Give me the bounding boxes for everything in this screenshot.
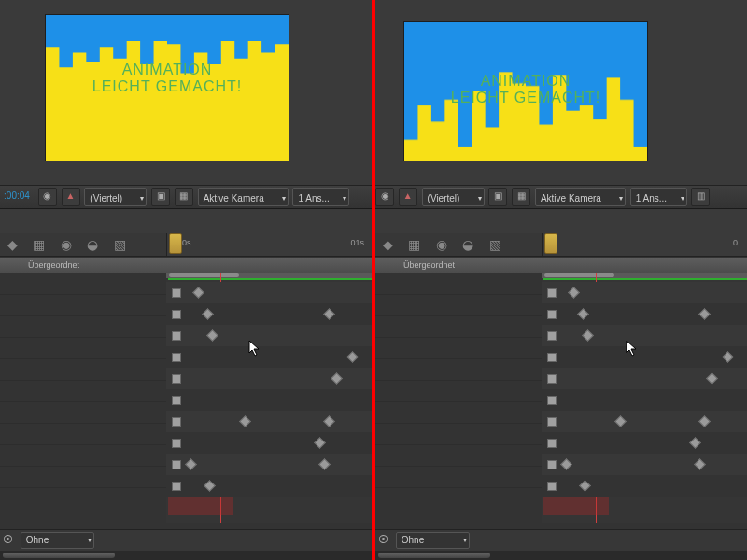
time-ruler-right[interactable]: 0 xyxy=(542,233,747,256)
column-header-left: Übergeordnet xyxy=(0,258,372,273)
keyframe[interactable] xyxy=(547,439,557,448)
scrollbar-thumb[interactable] xyxy=(3,553,115,558)
tag-icon[interactable]: ◆ xyxy=(3,235,21,254)
brainstorm-icon[interactable]: ◒ xyxy=(458,235,477,254)
graph-icon[interactable]: ▧ xyxy=(486,235,504,254)
keyframe[interactable] xyxy=(547,331,557,341)
keyframe[interactable] xyxy=(172,417,181,427)
keyframe[interactable] xyxy=(172,288,181,298)
resolution-dropdown-left[interactable]: (Viertel) xyxy=(84,188,147,206)
mouse-cursor-right xyxy=(626,340,639,358)
time-ruler-left[interactable]: 0s 01s xyxy=(166,233,372,256)
graph-icon[interactable]: ▧ xyxy=(110,235,129,254)
parent-column-label: Übergeordnet xyxy=(28,258,79,273)
scrollbar-thumb[interactable] xyxy=(378,553,490,558)
snapshot-icon[interactable]: ◉ xyxy=(375,188,394,206)
keyframe-area-right[interactable] xyxy=(542,273,747,523)
timecode-left[interactable]: :00:04 xyxy=(0,186,34,206)
timeline-scrollbar-left[interactable] xyxy=(0,551,372,560)
cti-handle-left[interactable] xyxy=(169,233,182,254)
views-dropdown-left[interactable]: 1 Ans... xyxy=(292,188,349,206)
preview-text-right: ANIMATIONLEICHT GEMACHT! xyxy=(404,73,647,106)
toggle-switch-icon[interactable]: ⦿ xyxy=(0,534,15,545)
blend-dropdown-right[interactable]: Ohne xyxy=(396,532,470,549)
tracks-left xyxy=(0,273,167,523)
left-panel: ANIMATIONLEICHT GEMACHT! :00:04 ◉ ▲ (Vie… xyxy=(0,0,372,560)
brainstorm-icon[interactable]: ◒ xyxy=(83,235,102,254)
ruler-label-0s: 0s xyxy=(182,238,191,247)
keyframe[interactable] xyxy=(547,374,557,384)
timeline-bottom-left: ⦿ Ohne xyxy=(0,529,372,551)
camera-dropdown-left[interactable]: Aktive Kamera xyxy=(198,188,289,206)
preview-right[interactable]: ANIMATIONLEICHT GEMACHT! xyxy=(403,21,648,161)
snapshot-icon[interactable]: ◉ xyxy=(38,188,57,206)
transparent-icon[interactable]: ▦ xyxy=(175,188,193,206)
keyframe-area-left[interactable] xyxy=(166,273,372,523)
preview-left[interactable]: ANIMATIONLEICHT GEMACHT! xyxy=(45,14,289,161)
right-panel: ANIMATIONLEICHT GEMACHT! ◉ ▲ (Viertel) ▣… xyxy=(375,0,747,560)
preview-toolbar-left: :00:04 ◉ ▲ (Viertel) ▣ ▦ Aktive Kamera 1… xyxy=(0,185,372,209)
timeline-left: ◆ ▦ ◉ ◒ ▧ 0s 01s Übergeordnet ⦿ Ohne xyxy=(0,233,372,560)
tag-icon[interactable]: ◆ xyxy=(378,235,397,254)
keyframe[interactable] xyxy=(172,439,181,448)
split-divider xyxy=(372,0,375,560)
comp-icon[interactable]: ▦ xyxy=(405,235,424,254)
fullres-icon[interactable]: ▣ xyxy=(488,188,507,206)
keyframe[interactable] xyxy=(172,482,181,491)
keyframe[interactable] xyxy=(547,417,557,427)
grid-icon[interactable]: ▥ xyxy=(691,188,710,206)
keyframe[interactable] xyxy=(172,460,181,469)
keyframe[interactable] xyxy=(172,353,181,362)
mouse-cursor-left xyxy=(248,340,261,358)
ruler-label-01s: 01s xyxy=(350,238,364,247)
keyframe[interactable] xyxy=(547,396,557,405)
toggle-switch-icon[interactable]: ⦿ xyxy=(375,534,390,545)
keyframe[interactable] xyxy=(172,331,181,341)
timeline-scrollbar-right[interactable] xyxy=(375,551,747,560)
timeline-icons-left: ◆ ▦ ◉ ◒ ▧ 0s 01s xyxy=(0,233,372,257)
timeline-icons-right: ◆ ▦ ◉ ◒ ▧ 0 xyxy=(375,233,747,257)
motion-blur-icon[interactable]: ◉ xyxy=(57,235,76,254)
keyframe[interactable] xyxy=(547,353,557,362)
ruler-label-end: 0 xyxy=(733,238,738,247)
preview-toolbar-right: ◉ ▲ (Viertel) ▣ ▦ Aktive Kamera 1 Ans...… xyxy=(375,185,747,209)
tracks-right xyxy=(375,273,543,523)
keyframe[interactable] xyxy=(172,374,181,384)
keyframe[interactable] xyxy=(547,310,557,319)
camera-dropdown-right[interactable]: Aktive Kamera xyxy=(535,188,626,206)
fullres-icon[interactable]: ▣ xyxy=(151,188,170,206)
motion-blur-icon[interactable]: ◉ xyxy=(432,235,451,254)
keyframe[interactable] xyxy=(547,482,557,491)
keyframe[interactable] xyxy=(172,310,181,319)
keyframe[interactable] xyxy=(547,460,557,469)
timeline-bottom-right: ⦿ Ohne xyxy=(375,529,747,551)
blend-dropdown-left[interactable]: Ohne xyxy=(21,532,94,549)
resolution-dropdown-right[interactable]: (Viertel) xyxy=(422,188,485,206)
keyframe[interactable] xyxy=(547,288,557,298)
preview-text-left: ANIMATIONLEICHT GEMACHT! xyxy=(46,62,289,95)
views-dropdown-right[interactable]: 1 Ans... xyxy=(630,188,687,206)
timeline-right: ◆ ▦ ◉ ◒ ▧ 0 Übergeordnet ⦿ Ohne xyxy=(375,233,747,560)
channel-icon[interactable]: ▲ xyxy=(399,188,417,206)
comp-icon[interactable]: ▦ xyxy=(30,235,49,254)
transparent-icon[interactable]: ▦ xyxy=(512,188,530,206)
cti-handle-right[interactable] xyxy=(544,233,557,254)
channel-icon[interactable]: ▲ xyxy=(62,188,80,206)
parent-column-label: Übergeordnet xyxy=(403,258,455,273)
keyframe[interactable] xyxy=(172,396,181,405)
column-header-right: Übergeordnet xyxy=(375,258,747,273)
